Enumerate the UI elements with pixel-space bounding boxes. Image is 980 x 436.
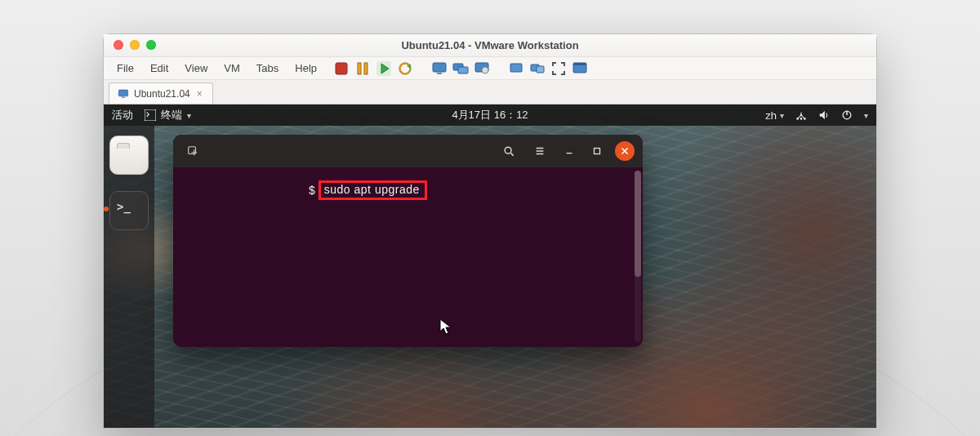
network-icon[interactable] xyxy=(795,109,807,121)
svg-point-22 xyxy=(800,118,803,120)
host-toolbar xyxy=(333,60,588,77)
zoom-window-icon[interactable] xyxy=(146,40,156,50)
unity-mode-icon[interactable] xyxy=(572,60,588,77)
vm-tab-label: Ubuntu21.04 xyxy=(134,88,190,100)
menu-tabs[interactable]: Tabs xyxy=(250,60,285,77)
mouse-cursor-icon xyxy=(439,318,452,336)
mac-traffic-lights xyxy=(114,40,156,50)
terminal-window: $ sudo apt upgrade xyxy=(173,135,643,347)
svg-point-31 xyxy=(505,147,511,153)
host-menubar: File Edit View VM Tabs Help xyxy=(104,57,876,80)
hamburger-menu-button[interactable] xyxy=(528,140,551,162)
svg-point-5 xyxy=(400,63,411,73)
svg-rect-17 xyxy=(573,63,586,65)
maximize-icon xyxy=(591,145,603,157)
svg-rect-7 xyxy=(433,63,446,72)
host-titlebar[interactable]: Ubuntu21.04 - VMware Workstation xyxy=(104,34,876,57)
terminal-app-icon xyxy=(145,109,156,121)
volume-icon[interactable] xyxy=(818,109,830,121)
power-icon[interactable] xyxy=(841,109,853,121)
hamburger-icon xyxy=(534,145,546,157)
chevron-down-icon: ▾ xyxy=(780,111,784,120)
focused-app-menu[interactable]: 终端 ▾ xyxy=(145,108,191,122)
svg-rect-1 xyxy=(358,63,361,74)
svg-point-12 xyxy=(482,67,488,73)
gnome-clock[interactable]: 4月17日 16：12 xyxy=(452,109,528,121)
suspend-icon[interactable] xyxy=(354,60,371,77)
close-button[interactable] xyxy=(615,141,635,161)
menu-edit[interactable]: Edit xyxy=(144,60,175,77)
terminal-app-launcher[interactable] xyxy=(109,191,149,230)
display-single-icon[interactable] xyxy=(508,60,524,77)
files-app-icon[interactable] xyxy=(109,136,149,175)
capture-screen-icon[interactable] xyxy=(474,60,490,77)
svg-rect-15 xyxy=(537,66,544,73)
menu-vm[interactable]: VM xyxy=(217,60,247,77)
tab-close-button[interactable]: × xyxy=(195,88,204,100)
search-icon xyxy=(503,145,514,157)
svg-rect-37 xyxy=(595,149,600,154)
gnome-top-bar: 活动 终端 ▾ 4月17日 16：12 zh ▾ ▾ xyxy=(104,105,876,126)
close-window-icon[interactable] xyxy=(114,40,123,50)
svg-rect-0 xyxy=(336,63,347,74)
fullscreen-icon[interactable] xyxy=(550,60,567,77)
svg-rect-10 xyxy=(458,67,468,73)
svg-marker-25 xyxy=(820,111,825,120)
entered-command: sudo apt upgrade xyxy=(318,180,427,200)
vm-tab[interactable]: Ubuntu21.04 × xyxy=(109,82,213,104)
shell-prompt: $ xyxy=(309,184,315,197)
snapshot-icon[interactable] xyxy=(431,60,448,77)
svg-marker-40 xyxy=(440,319,451,334)
chevron-down-icon: ▾ xyxy=(864,111,868,120)
menu-file[interactable]: File xyxy=(110,60,140,77)
display-multi-icon[interactable] xyxy=(529,60,546,77)
new-tab-button[interactable] xyxy=(181,140,204,162)
vmware-window: Ubuntu21.04 - VMware Workstation File Ed… xyxy=(103,33,877,429)
window-title: Ubuntu21.04 - VMware Workstation xyxy=(401,39,578,51)
search-button[interactable] xyxy=(497,140,520,162)
activities-button[interactable]: 活动 xyxy=(112,108,133,122)
svg-rect-13 xyxy=(510,64,522,72)
vm-tab-strip: Ubuntu21.04 × xyxy=(104,80,876,105)
terminal-headerbar[interactable] xyxy=(173,135,643,167)
chevron-down-icon: ▾ xyxy=(187,111,191,120)
minimize-button[interactable] xyxy=(559,141,579,161)
guest-viewport: 活动 终端 ▾ 4月17日 16：12 zh ▾ ▾ xyxy=(104,105,876,428)
minimize-window-icon[interactable] xyxy=(130,40,140,50)
menu-view[interactable]: View xyxy=(178,60,214,77)
maximize-button[interactable] xyxy=(587,141,607,161)
poweroff-icon[interactable] xyxy=(333,60,350,77)
svg-rect-8 xyxy=(437,73,442,74)
focused-app-label: 终端 xyxy=(161,108,182,122)
snapshot-manager-icon[interactable] xyxy=(452,60,469,77)
svg-rect-20 xyxy=(145,109,156,121)
terminal-body[interactable]: $ sudo apt upgrade xyxy=(173,167,643,347)
play-icon[interactable] xyxy=(376,60,392,77)
svg-rect-18 xyxy=(118,90,127,96)
input-source-indicator[interactable]: zh xyxy=(765,109,777,122)
gnome-dock xyxy=(104,126,154,428)
terminal-prompt-line: $ sudo apt upgrade xyxy=(309,180,427,200)
close-icon xyxy=(619,145,630,157)
svg-rect-19 xyxy=(122,96,125,97)
restart-icon[interactable] xyxy=(397,60,413,77)
terminal-scrollbar-track[interactable] xyxy=(635,171,641,342)
menu-help[interactable]: Help xyxy=(288,60,323,77)
minimize-icon xyxy=(564,145,575,157)
svg-rect-2 xyxy=(364,63,368,74)
vm-tab-icon xyxy=(118,88,129,100)
terminal-scrollbar-thumb[interactable] xyxy=(635,171,641,277)
svg-line-32 xyxy=(511,153,514,156)
